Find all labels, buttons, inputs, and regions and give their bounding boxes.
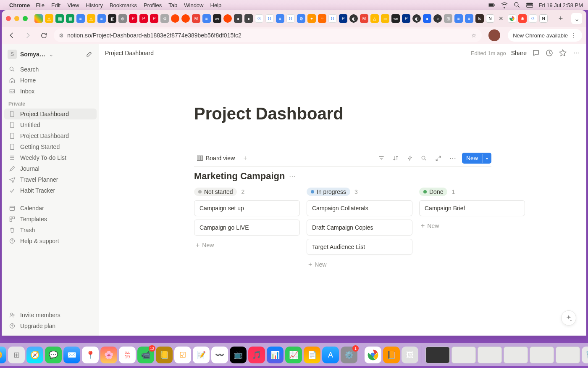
- menu-view[interactable]: View: [67, 2, 79, 8]
- dock-safari[interactable]: 🧭: [26, 347, 43, 363]
- pinned-tab[interactable]: ▦: [55, 14, 64, 23]
- column-header[interactable]: In progress 3: [307, 188, 412, 196]
- pinned-tab[interactable]: ≡: [276, 14, 284, 23]
- tab-close-button[interactable]: ✕: [496, 14, 506, 23]
- add-view-button[interactable]: +: [242, 154, 249, 162]
- menu-profiles[interactable]: Profiles: [144, 2, 162, 8]
- dock-mail[interactable]: ✉️: [63, 347, 80, 363]
- pinned-tab[interactable]: G: [265, 14, 274, 23]
- pinned-tab[interactable]: P: [150, 14, 158, 23]
- pinned-tab[interactable]: P: [139, 14, 148, 23]
- pinned-tab[interactable]: ≡: [454, 14, 463, 23]
- chrome-profile-avatar[interactable]: [488, 29, 500, 41]
- sidebar-inbox[interactable]: Inbox: [4, 86, 97, 97]
- sidebar-home[interactable]: Home: [4, 75, 97, 86]
- pinned-tab[interactable]: ✦: [307, 14, 316, 23]
- sidebar-page[interactable]: Habit Tracker: [4, 185, 97, 196]
- active-tab-favicon[interactable]: N: [539, 14, 548, 23]
- sidebar-page[interactable]: Project Dashboard: [4, 109, 97, 119]
- menu-bookmarks[interactable]: Bookmarks: [110, 2, 137, 8]
- dock-freeform[interactable]: 〰️: [211, 347, 228, 363]
- sidebar-search[interactable]: Search: [4, 64, 97, 75]
- address-bar[interactable]: ⚙ notion.so/Project-Dashboard-ab1883e2f8…: [54, 29, 482, 42]
- dock-keynote[interactable]: 📊: [267, 347, 284, 363]
- sidebar-calendar[interactable]: Calendar: [4, 203, 97, 214]
- dock-reminders[interactable]: ☑: [174, 347, 191, 363]
- db-more-icon[interactable]: ⋯: [448, 153, 458, 163]
- favorite-star-icon[interactable]: [559, 49, 567, 57]
- site-info-icon[interactable]: ⚙: [59, 32, 64, 39]
- workspace-switcher[interactable]: S Somya Bar... ⌄: [4, 48, 97, 61]
- dock-trash[interactable]: 🗑️: [582, 347, 588, 363]
- column-header[interactable]: Done 1: [419, 188, 525, 196]
- sort-icon[interactable]: [391, 153, 401, 163]
- dock-notes[interactable]: 📝: [193, 347, 210, 363]
- db-new-button[interactable]: New ▾: [462, 153, 491, 164]
- pinned-tab[interactable]: △: [45, 14, 53, 23]
- pinned-tab[interactable]: P: [129, 14, 137, 23]
- board-view-tab[interactable]: Board view: [194, 153, 237, 163]
- pinned-tab[interactable]: ⊞: [444, 14, 452, 23]
- new-tab-button[interactable]: +: [555, 13, 566, 24]
- pinned-tab[interactable]: ⊕: [118, 14, 127, 23]
- dock-chrome[interactable]: [365, 347, 381, 363]
- chrome-menu-icon[interactable]: ⋮: [570, 32, 577, 40]
- pinned-tab[interactable]: ≡: [202, 14, 211, 23]
- dock-contacts[interactable]: 📒: [156, 347, 173, 363]
- dock-facetime[interactable]: 📹12: [137, 347, 154, 363]
- sidebar-page[interactable]: Weekly To-do List: [4, 152, 97, 163]
- pinned-tab[interactable]: M: [360, 14, 368, 23]
- pinned-tab[interactable]: ◧: [108, 14, 116, 23]
- dock-pages[interactable]: 📄: [304, 347, 320, 363]
- sidebar-page[interactable]: Travel Planner: [4, 174, 97, 185]
- column-new-button[interactable]: +New: [194, 239, 300, 252]
- sidebar-trash[interactable]: Trash: [4, 225, 97, 236]
- pinned-tab[interactable]: △: [370, 14, 379, 23]
- pinned-tab[interactable]: G: [328, 14, 337, 23]
- forward-button[interactable]: [22, 29, 34, 41]
- dock-minimized-window[interactable]: [452, 347, 476, 363]
- maximize-window-button[interactable]: [23, 16, 28, 21]
- pinned-tab[interactable]: P: [339, 14, 347, 23]
- tab-favicon[interactable]: ✱: [518, 14, 527, 23]
- pinned-tab[interactable]: ≡: [76, 14, 85, 23]
- board-card[interactable]: Campaign Collaterals: [307, 200, 412, 216]
- board-card[interactable]: Campaign go LIVE: [194, 220, 300, 236]
- menu-file[interactable]: File: [36, 2, 45, 8]
- menu-window[interactable]: Window: [184, 2, 203, 8]
- menu-tab[interactable]: Tab: [168, 2, 177, 8]
- ai-fab-button[interactable]: [561, 310, 576, 326]
- sidebar-page[interactable]: Getting Started: [4, 141, 97, 152]
- column-new-button[interactable]: +New: [307, 258, 412, 271]
- dock-minimized-window[interactable]: [504, 347, 528, 363]
- board-card[interactable]: Draft Campaign Copies: [307, 220, 412, 236]
- pinned-tab[interactable]: ⚙: [160, 14, 169, 23]
- db-title-more-icon[interactable]: ⋯: [289, 172, 296, 180]
- menu-edit[interactable]: Edit: [51, 2, 60, 8]
- chevron-down-icon[interactable]: ▾: [482, 154, 491, 163]
- pinned-tab[interactable]: we: [213, 14, 221, 23]
- sidebar-help[interactable]: Help & support: [4, 236, 97, 246]
- menu-history[interactable]: History: [86, 2, 102, 8]
- pinned-tab[interactable]: lc: [475, 14, 484, 23]
- pinned-tab[interactable]: [181, 14, 190, 23]
- pinned-tab[interactable]: [223, 14, 232, 23]
- pinned-tab[interactable]: ⚙: [297, 14, 305, 23]
- menu-help[interactable]: Help: [210, 2, 222, 8]
- pinned-tab[interactable]: P: [402, 14, 410, 23]
- column-new-button[interactable]: +New: [419, 220, 525, 232]
- pinned-tab[interactable]: G: [286, 14, 295, 23]
- menubar-datetime[interactable]: Fri 19 Jul 2:58 PM: [539, 2, 583, 8]
- dock-appstore[interactable]: А: [322, 347, 339, 363]
- column-header[interactable]: Not started 2: [194, 188, 300, 196]
- dock-messages[interactable]: 💬: [45, 347, 62, 363]
- more-icon[interactable]: ⋯: [572, 49, 580, 57]
- tab-favicon[interactable]: [508, 14, 516, 23]
- comments-icon[interactable]: [532, 49, 540, 57]
- pinned-tab[interactable]: G: [255, 14, 263, 23]
- bookmark-star-icon[interactable]: ☆: [471, 32, 477, 39]
- tab-favicon[interactable]: G: [529, 14, 537, 23]
- pinned-tab[interactable]: ●: [423, 14, 431, 23]
- page-title[interactable]: Project Dashboard: [194, 104, 491, 123]
- share-button[interactable]: Share: [511, 50, 527, 56]
